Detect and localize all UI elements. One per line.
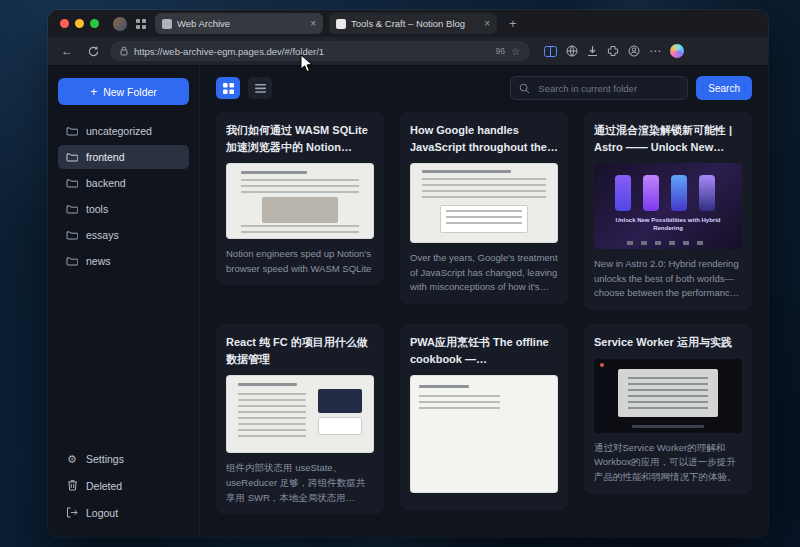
browser-nav-bar: ← https://web-archive-egm.pages.dev/#/fo… [48, 37, 768, 66]
desktop-wallpaper: Web Archive × Tools & Craft – Notion Blo… [0, 0, 800, 547]
profile-icon[interactable] [628, 45, 640, 57]
settings-label: Settings [86, 453, 124, 465]
archive-card-pwa-cookbook[interactable]: PWA应用烹饪书 The offline cookbook —… [400, 324, 568, 510]
archive-card-service-worker[interactable]: Service Worker 运用与实践 通过对Service Worker的理… [584, 324, 752, 494]
main-content: Search 我们如何通过 WASM SQLite 加速浏览器中的 Notion… [200, 66, 768, 537]
tab-title: Web Archive [177, 18, 305, 29]
logout-button[interactable]: Logout [58, 501, 189, 525]
card-description: Notion engineers sped up Notion's browse… [226, 247, 374, 276]
folder-label: uncategorized [86, 125, 152, 137]
sidebar-item-news[interactable]: news [58, 249, 189, 273]
folder-label: tools [86, 203, 108, 215]
copilot-orb-icon[interactable] [670, 44, 684, 58]
plus-icon: + [90, 86, 97, 98]
card-title: 通过混合渲染解锁新可能性 | Astro —— Unlock New… [594, 122, 742, 155]
fullscreen-window-button[interactable] [90, 19, 99, 28]
new-folder-label: New Folder [103, 86, 157, 98]
split-view-icon[interactable] [544, 46, 557, 57]
folder-icon [66, 230, 78, 240]
card-thumbnail [226, 375, 374, 453]
more-menu-icon[interactable]: ⋯ [649, 45, 661, 57]
card-description: 组件内部状态用 useState、useReducer 足够，跨组件数据共享用 … [226, 461, 374, 505]
archive-card-google-js[interactable]: How Google handles JavaScript throughout… [400, 112, 568, 304]
tab-web-archive[interactable]: Web Archive × [155, 13, 323, 34]
browser-tab-bar: Web Archive × Tools & Craft – Notion Blo… [48, 10, 768, 37]
card-title: React 纯 FC 的项目用什么做数据管理 [226, 334, 374, 367]
tab-title: Tools & Craft – Notion Blog [351, 18, 479, 29]
card-title: Service Worker 运用与实践 [594, 334, 742, 351]
address-bar[interactable]: https://web-archive-egm.pages.dev/#/fold… [110, 41, 530, 61]
deleted-button[interactable]: Deleted [58, 474, 189, 498]
close-icon[interactable]: × [484, 18, 490, 29]
card-title: How Google handles JavaScript throughout… [410, 122, 558, 155]
globe-icon[interactable] [566, 45, 578, 57]
sidebar-item-backend[interactable]: backend [58, 171, 189, 195]
folder-icon [66, 126, 78, 136]
new-folder-button[interactable]: + New Folder [58, 78, 189, 105]
search-button[interactable]: Search [696, 76, 752, 100]
lock-icon [120, 42, 128, 60]
search-icon [519, 83, 530, 94]
folder-icon [66, 256, 78, 266]
list-view-button[interactable] [248, 77, 272, 99]
zoom-indicator: 96 [496, 46, 505, 56]
bookmark-star-icon[interactable]: ☆ [511, 46, 520, 57]
search-box[interactable] [510, 76, 688, 100]
minimize-window-button[interactable] [75, 19, 84, 28]
settings-button[interactable]: ⚙ Settings [58, 447, 189, 471]
card-description: New in Astro 2.0: Hybrid rendering unloc… [594, 257, 742, 301]
card-thumbnail [410, 163, 558, 243]
archive-card-react-fc[interactable]: React 纯 FC 的项目用什么做数据管理 组件内部状态用 useState、… [216, 324, 384, 514]
browser-profile-avatar[interactable] [113, 17, 127, 31]
folder-label: news [86, 255, 111, 267]
close-icon[interactable]: × [310, 18, 316, 29]
thumbnail-caption: Unlock New Possibilities with Hybrid Ren… [603, 217, 733, 233]
web-archive-favicon [162, 19, 172, 29]
grid-icon [223, 83, 234, 94]
sidebar: + New Folder uncategorized frontend back… [48, 66, 200, 537]
archive-card-wasm-sqlite[interactable]: 我们如何通过 WASM SQLite 加速浏览器中的 Notion ——… No… [216, 112, 384, 285]
mouse-cursor [300, 54, 314, 74]
window-controls [56, 19, 103, 28]
tab-overview-icon[interactable] [133, 16, 149, 32]
list-icon [255, 84, 266, 93]
folder-icon [66, 178, 78, 188]
refresh-button[interactable] [84, 46, 102, 57]
folder-label: essays [86, 229, 119, 241]
back-button[interactable]: ← [58, 44, 76, 58]
folder-list: uncategorized frontend backend tools [58, 119, 189, 273]
search-input[interactable] [536, 82, 679, 95]
folder-label: backend [86, 177, 126, 189]
sidebar-item-essays[interactable]: essays [58, 223, 189, 247]
trash-icon [66, 479, 78, 493]
folder-icon [66, 152, 78, 162]
sidebar-footer: ⚙ Settings Deleted Logout [58, 447, 189, 525]
card-grid: 我们如何通过 WASM SQLite 加速浏览器中的 Notion ——… No… [216, 112, 752, 514]
browser-action-icons: ⋯ [544, 44, 684, 58]
logout-icon [66, 507, 78, 520]
download-icon[interactable] [587, 45, 598, 57]
extensions-puzzle-icon[interactable] [607, 45, 619, 57]
sidebar-item-tools[interactable]: tools [58, 197, 189, 221]
card-title: 我们如何通过 WASM SQLite 加速浏览器中的 Notion ——… [226, 122, 374, 155]
notion-blog-favicon [336, 19, 346, 29]
grid-view-button[interactable] [216, 77, 240, 99]
content-toolbar: Search [216, 76, 752, 100]
gear-icon: ⚙ [66, 454, 78, 465]
web-archive-app: + New Folder uncategorized frontend back… [48, 66, 768, 537]
tab-notion-blog[interactable]: Tools & Craft – Notion Blog × [329, 13, 497, 34]
logout-label: Logout [86, 507, 118, 519]
archive-card-astro-hybrid[interactable]: 通过混合渲染解锁新可能性 | Astro —— Unlock New… Unlo… [584, 112, 752, 310]
new-tab-button[interactable]: + [503, 16, 523, 31]
card-thumbnail: Unlock New Possibilities with Hybrid Ren… [594, 163, 742, 249]
card-thumbnail [410, 375, 558, 493]
folder-label: frontend [86, 151, 125, 163]
card-description: 通过对Service Worker的理解和Workbox的应用，可以进一步提升产… [594, 441, 742, 485]
sidebar-item-uncategorized[interactable]: uncategorized [58, 119, 189, 143]
card-title: PWA应用烹饪书 The offline cookbook —… [410, 334, 558, 367]
sidebar-item-frontend[interactable]: frontend [58, 145, 189, 169]
card-thumbnail [226, 163, 374, 239]
card-thumbnail [594, 359, 742, 433]
browser-window: Web Archive × Tools & Craft – Notion Blo… [48, 10, 768, 537]
close-window-button[interactable] [60, 19, 69, 28]
